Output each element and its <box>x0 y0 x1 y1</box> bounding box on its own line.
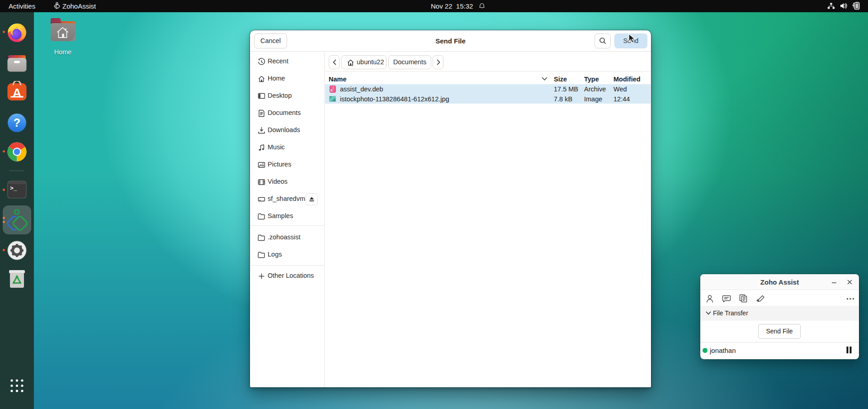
svg-text:>_: >_ <box>10 185 17 192</box>
svg-text:?: ? <box>14 116 20 129</box>
svg-text:A: A <box>12 86 21 100</box>
